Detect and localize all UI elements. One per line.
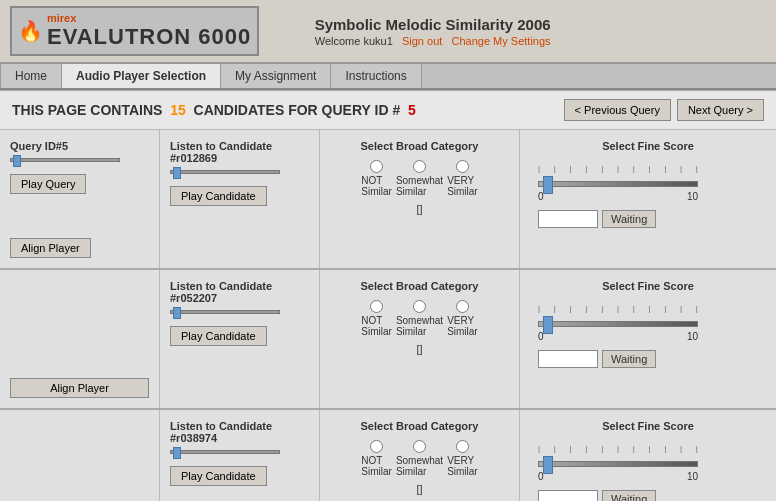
radio-somewhat-similar-label: SomewhatSimilar (396, 315, 443, 337)
broad-category-column: Select Broad Category NOTSimilar Somewha… (320, 270, 520, 408)
listen-column: Listen to Candidate #r012869 Play Candid… (160, 130, 320, 268)
score-slider-track[interactable] (538, 461, 698, 467)
radio-very-similar-label: VERYSimilar (447, 455, 478, 477)
app-logo: EVALUTRON 6000 (47, 24, 251, 50)
candidate-row: Query ID#5 Play Query Align Player Liste… (0, 130, 776, 270)
waiting-area: Waiting (538, 490, 758, 501)
radio-very-similar-input[interactable] (456, 160, 469, 173)
fine-score-title: Select Fine Score (530, 420, 766, 432)
play-candidate-button[interactable]: Play Candidate (170, 326, 267, 346)
bracket-label: [] (330, 483, 509, 495)
play-query-button[interactable]: Play Query (10, 174, 86, 194)
broad-radio-group: NOTSimilar SomewhatSimilar VERYSimilar (330, 300, 509, 337)
radio-not-similar-input[interactable] (370, 440, 383, 453)
radio-very-similar: VERYSimilar (447, 160, 478, 197)
fine-score-area: ||||||||||| 0 10 Waiting (530, 440, 766, 501)
waiting-badge: Waiting (602, 210, 656, 228)
title-middle: CANDIDATES FOR QUERY ID # (194, 102, 401, 118)
listen-column: Listen to Candidate #r038974 Play Candid… (160, 410, 320, 501)
fine-score-column: Select Fine Score ||||||||||| 0 10 Waiti… (520, 410, 776, 501)
navbar: Home Audio Player Selection My Assignmen… (0, 63, 776, 90)
radio-not-similar-label: NOTSimilar (361, 315, 392, 337)
nav-audio-player[interactable]: Audio Player Selection (62, 64, 221, 88)
query-column: Align Player (0, 410, 160, 501)
query-slider[interactable] (10, 158, 149, 162)
radio-very-similar: VERYSimilar (447, 440, 478, 477)
sign-out-link[interactable]: Sign out (402, 35, 442, 47)
candidates-count: 15 (170, 102, 186, 118)
bracket-label: [] (330, 343, 509, 355)
waiting-badge: Waiting (602, 350, 656, 368)
score-input[interactable] (538, 490, 598, 501)
mirex-label: mirex (47, 12, 251, 24)
radio-not-similar: NOTSimilar (361, 160, 392, 197)
candidate-row: Align Player Listen to Candidate #r03897… (0, 410, 776, 501)
radio-very-similar-input[interactable] (456, 300, 469, 313)
radio-somewhat-similar-input[interactable] (413, 160, 426, 173)
nav-instructions[interactable]: Instructions (331, 64, 421, 88)
play-candidate-button[interactable]: Play Candidate (170, 186, 267, 206)
broad-category-column: Select Broad Category NOTSimilar Somewha… (320, 130, 520, 268)
align-player-button[interactable]: Align Player (10, 238, 91, 258)
play-candidate-button[interactable]: Play Candidate (170, 466, 267, 486)
flame-icon: 🔥 (18, 19, 43, 43)
change-settings-link[interactable]: Change My Settings (452, 35, 551, 47)
score-max: 10 (687, 331, 698, 342)
broad-category-title: Select Broad Category (330, 280, 509, 292)
align-player-button[interactable]: Align Player (10, 378, 149, 398)
radio-not-similar-input[interactable] (370, 300, 383, 313)
score-max: 10 (687, 471, 698, 482)
welcome-text: Welcome kuku1 (315, 35, 393, 47)
candidate-label: Listen to Candidate #r038974 (170, 420, 309, 444)
score-slider-thumb[interactable] (543, 316, 553, 334)
score-max: 10 (687, 191, 698, 202)
prev-query-button[interactable]: < Previous Query (564, 99, 671, 121)
waiting-area: Waiting (538, 350, 758, 368)
score-labels: 0 10 (538, 191, 698, 202)
fine-score-title: Select Fine Score (530, 280, 766, 292)
broad-category-column: Select Broad Category NOTSimilar Somewha… (320, 410, 520, 501)
fine-score-column: Select Fine Score ||||||||||| 0 10 Waiti… (520, 130, 776, 268)
next-query-button[interactable]: Next Query > (677, 99, 764, 121)
radio-very-similar-label: VERYSimilar (447, 315, 478, 337)
fine-score-column: Select Fine Score ||||||||||| 0 10 Waiti… (520, 270, 776, 408)
radio-not-similar: NOTSimilar (361, 440, 392, 477)
bracket-label: [] (330, 203, 509, 215)
welcome-line: Welcome kuku1 Sign out Change My Setting… (315, 35, 551, 47)
page-header: THIS PAGE CONTAINS 15 CANDIDATES FOR QUE… (0, 91, 776, 130)
candidate-slider[interactable] (170, 170, 309, 174)
broad-category-title: Select Broad Category (330, 420, 509, 432)
radio-somewhat-similar-label: SomewhatSimilar (396, 455, 443, 477)
fine-score-area: ||||||||||| 0 10 Waiting (530, 160, 766, 232)
radio-somewhat-similar: SomewhatSimilar (396, 440, 443, 477)
radio-somewhat-similar-input[interactable] (413, 300, 426, 313)
radio-very-similar-label: VERYSimilar (447, 175, 478, 197)
score-slider-track[interactable] (538, 181, 698, 187)
score-input[interactable] (538, 350, 598, 368)
tick-marks: ||||||||||| (538, 164, 698, 173)
listen-column: Listen to Candidate #r052207 Play Candid… (160, 270, 320, 408)
radio-somewhat-similar-input[interactable] (413, 440, 426, 453)
query-id-label: Query ID#5 (10, 140, 149, 152)
score-slider-thumb[interactable] (543, 176, 553, 194)
candidate-slider[interactable] (170, 450, 309, 454)
radio-not-similar-input[interactable] (370, 160, 383, 173)
radio-somewhat-similar-label: SomewhatSimilar (396, 175, 443, 197)
nav-my-assignment[interactable]: My Assignment (221, 64, 331, 88)
tick-marks: ||||||||||| (538, 304, 698, 313)
broad-radio-group: NOTSimilar SomewhatSimilar VERYSimilar (330, 440, 509, 477)
waiting-badge: Waiting (602, 490, 656, 501)
radio-very-similar-input[interactable] (456, 440, 469, 453)
query-column: Align Player (0, 270, 160, 408)
score-slider-track[interactable] (538, 321, 698, 327)
score-labels: 0 10 (538, 471, 698, 482)
score-input[interactable] (538, 210, 598, 228)
score-slider-thumb[interactable] (543, 456, 553, 474)
broad-radio-group: NOTSimilar SomewhatSimilar VERYSimilar (330, 160, 509, 197)
score-labels: 0 10 (538, 331, 698, 342)
candidate-slider[interactable] (170, 310, 309, 314)
main-content: Query ID#5 Play Query Align Player Liste… (0, 130, 776, 501)
query-column: Query ID#5 Play Query Align Player (0, 130, 160, 268)
nav-home[interactable]: Home (0, 64, 62, 88)
candidate-row: Align Player Listen to Candidate #r05220… (0, 270, 776, 410)
